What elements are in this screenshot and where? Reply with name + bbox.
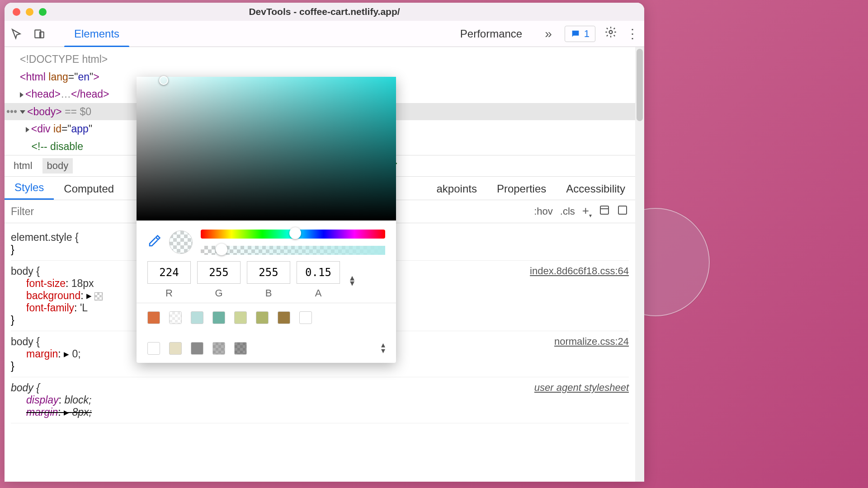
b-label: B [247,287,290,299]
minimize-window[interactable] [26,8,33,16]
sv-handle[interactable] [159,76,168,85]
css-rule[interactable]: body {user agent stylesheetdisplay: bloc… [11,377,629,423]
hue-slider[interactable] [201,230,385,239]
format-switch-icon[interactable]: ▴▾ [350,275,354,286]
issues-badge[interactable]: 1 [565,26,595,42]
palette-swatch[interactable] [169,342,182,355]
subtab-breakpoints[interactable]: akpoints [427,178,487,200]
a-label: A [297,287,340,299]
hov-toggle[interactable]: :hov [534,206,553,217]
palette-swatch[interactable] [212,311,225,324]
r-input[interactable] [147,261,191,284]
palette-swatch[interactable] [234,342,247,355]
crumb-html[interactable]: html [9,158,37,174]
kebab-menu-icon[interactable]: ⋮ [626,26,639,41]
zoom-window[interactable] [39,8,47,16]
issues-count: 1 [584,28,590,40]
palette-swatch[interactable] [147,311,160,324]
palette-swatch[interactable] [234,311,247,324]
cls-toggle[interactable]: .cls [560,206,575,217]
palette-swatch[interactable] [191,311,203,324]
settings-icon[interactable] [604,26,617,42]
alpha-handle[interactable] [216,244,227,255]
window-controls [13,8,47,16]
subtab-styles[interactable]: Styles [5,177,54,200]
inspect-icon[interactable] [10,27,24,41]
palette-swatch[interactable] [212,342,225,355]
alpha-slider[interactable] [201,246,385,255]
dom-line[interactable]: <!DOCTYPE html> [5,51,635,68]
g-input[interactable] [197,261,241,284]
g-label: G [197,287,241,299]
rule-source[interactable]: user agent stylesheet [534,382,629,394]
tab-performance[interactable]: Performance [450,21,532,47]
close-window[interactable] [13,8,20,16]
more-tabs-icon[interactable]: » [541,27,556,41]
crumb-body[interactable]: body [42,158,73,174]
subtab-properties[interactable]: Properties [487,178,556,200]
a-input[interactable] [297,261,340,284]
svg-point-2 [609,31,613,34]
palette-swatch[interactable] [299,311,312,324]
palette-swatch[interactable] [278,311,290,324]
palette-switch-icon[interactable]: ▴▾ [381,342,385,353]
titlebar: DevTools - coffee-cart.netlify.app/ [5,3,644,21]
palette-swatch[interactable] [169,311,182,324]
rendering-icon[interactable] [617,205,628,218]
current-color-swatch [169,230,193,254]
palette-swatches: ▴▾ [137,303,396,363]
palette-swatch[interactable] [256,311,269,324]
subtab-computed[interactable]: Computed [54,178,124,200]
hue-handle[interactable] [289,227,301,239]
tab-elements[interactable]: Elements [64,21,129,47]
device-toggle-icon[interactable] [33,27,46,41]
r-label: R [147,287,191,299]
saturation-value-field[interactable] [137,77,396,221]
svg-rect-4 [618,206,627,214]
palette-swatch[interactable] [147,342,160,355]
b-input[interactable] [247,261,290,284]
eyedropper-icon[interactable] [147,235,161,250]
rule-source[interactable]: index.8d6c6f18.css:64 [530,265,629,277]
subtab-accessibility[interactable]: Accessibility [556,178,635,200]
devtools-window: DevTools - coffee-cart.netlify.app/ Elem… [5,3,644,482]
rule-source[interactable]: normalize.css:24 [554,336,629,347]
scrollbar[interactable] [635,47,644,482]
palette-swatch[interactable] [191,342,203,355]
window-title: DevTools - coffee-cart.netlify.app/ [5,6,644,17]
scroll-thumb[interactable] [637,49,643,121]
computed-toggle-icon[interactable] [599,205,610,218]
main-toolbar: Elements Performance » 1 ⋮ [5,21,644,47]
panel-tabs: Elements [64,21,129,47]
svg-rect-3 [600,206,609,214]
new-rule-icon[interactable]: +▾ [582,204,592,219]
color-picker: R G B A ▴▾ ▴▾ [137,77,396,363]
